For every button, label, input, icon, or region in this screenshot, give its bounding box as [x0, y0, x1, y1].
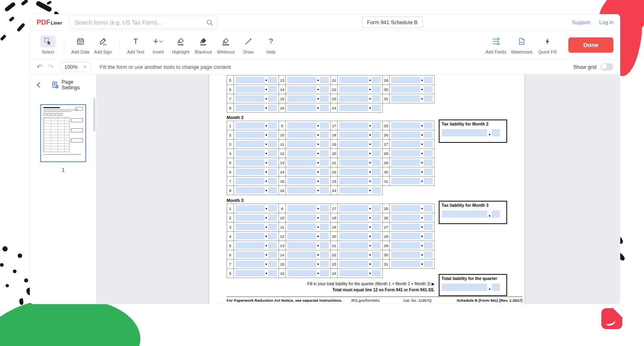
login-link[interactable]: Log in — [599, 19, 613, 25]
amount-field[interactable] — [391, 178, 420, 184]
amount-field[interactable] — [391, 169, 420, 175]
show-grid-toggle[interactable] — [601, 63, 613, 70]
cents-field[interactable] — [320, 95, 329, 102]
amount-field[interactable] — [287, 122, 316, 129]
tool-quick-fill[interactable]: Quick Fill — [535, 35, 560, 54]
cents-field[interactable] — [424, 169, 433, 175]
cents-field[interactable] — [320, 132, 329, 138]
cents-field[interactable] — [372, 224, 381, 230]
amount-field[interactable] — [287, 150, 316, 157]
amount-field[interactable] — [339, 224, 368, 230]
amount-field[interactable] — [235, 95, 264, 102]
amount-field[interactable] — [391, 77, 420, 83]
amount-field[interactable] — [339, 105, 368, 111]
cents-field[interactable] — [424, 224, 433, 230]
amount-field[interactable] — [235, 233, 264, 239]
cents-field[interactable] — [320, 77, 329, 83]
cents-field[interactable] — [268, 261, 277, 267]
cents-field[interactable] — [424, 95, 433, 102]
support-link[interactable]: Support — [572, 19, 590, 25]
cents-field[interactable] — [424, 242, 433, 249]
cents-field[interactable] — [320, 178, 329, 184]
amount-field[interactable] — [287, 242, 316, 249]
cents-field[interactable] — [268, 224, 277, 230]
amount-field[interactable] — [235, 242, 264, 249]
cents-field[interactable] — [372, 187, 381, 194]
cents-field[interactable] — [424, 77, 433, 83]
amount-field[interactable] — [339, 270, 368, 276]
amount-field[interactable] — [339, 261, 368, 267]
cents-field[interactable] — [320, 251, 329, 258]
amount-field[interactable] — [391, 122, 420, 129]
cents-field[interactable] — [372, 251, 381, 258]
amount-field[interactable] — [287, 224, 316, 230]
tool-blackout[interactable]: Blackout — [192, 35, 215, 54]
amount-field[interactable] — [287, 205, 316, 212]
amount-field[interactable] — [391, 205, 420, 212]
amount-field[interactable] — [339, 214, 368, 221]
cents-field[interactable] — [268, 141, 277, 147]
amount-field[interactable] — [287, 261, 316, 267]
cents-field[interactable] — [424, 233, 433, 239]
amount-field[interactable] — [287, 214, 316, 221]
amount-field[interactable] — [339, 159, 368, 166]
amount-field[interactable] — [235, 141, 264, 147]
cents-field[interactable] — [424, 132, 433, 138]
cents-field[interactable] — [424, 150, 433, 157]
amount-field[interactable] — [235, 251, 264, 258]
cents-field[interactable] — [424, 86, 433, 93]
cents-field[interactable] — [424, 261, 433, 267]
cents-field[interactable] — [372, 205, 381, 212]
cents-field[interactable] — [320, 86, 329, 93]
zoom-select[interactable]: 100% — [60, 62, 91, 72]
amount-field[interactable] — [235, 178, 264, 184]
amount-field[interactable] — [235, 122, 264, 129]
amount-field[interactable] — [391, 150, 420, 157]
cents-field[interactable] — [372, 132, 381, 138]
amount-field[interactable] — [339, 178, 368, 184]
amount-field[interactable] — [287, 77, 316, 83]
cents-field[interactable] — [268, 178, 277, 184]
tax-amount-field[interactable] — [442, 210, 487, 218]
tool-insert[interactable]: + Insert — [147, 35, 169, 54]
cents-field[interactable] — [268, 86, 277, 93]
pdfliner-logo[interactable]: PDFLiner — [37, 19, 62, 27]
cents-field[interactable] — [424, 178, 433, 184]
redo-icon[interactable]: ↷ — [48, 64, 54, 70]
amount-field[interactable] — [391, 86, 420, 93]
cents-field[interactable] — [268, 242, 277, 249]
cents-field[interactable] — [372, 141, 381, 147]
total-cents-field[interactable] — [492, 284, 500, 291]
cents-field[interactable] — [268, 169, 277, 175]
cents-field[interactable] — [372, 242, 381, 249]
tool-add-date[interactable]: Add Date — [69, 35, 92, 54]
amount-field[interactable] — [235, 150, 264, 157]
amount-field[interactable] — [235, 77, 264, 83]
cents-field[interactable] — [320, 261, 329, 267]
amount-field[interactable] — [339, 233, 368, 239]
amount-field[interactable] — [287, 105, 316, 111]
cents-field[interactable] — [372, 77, 381, 83]
amount-field[interactable] — [339, 187, 368, 194]
cents-field[interactable] — [424, 205, 433, 212]
amount-field[interactable] — [235, 159, 264, 166]
search-input[interactable] — [69, 16, 217, 29]
cents-field[interactable] — [372, 105, 381, 111]
amount-field[interactable] — [235, 261, 264, 267]
amount-field[interactable] — [287, 233, 316, 239]
undo-icon[interactable]: ↶ — [37, 64, 42, 70]
amount-field[interactable] — [391, 132, 420, 138]
cents-field[interactable] — [372, 270, 381, 276]
done-button[interactable]: Done — [568, 37, 613, 53]
cents-field[interactable] — [372, 122, 381, 129]
amount-field[interactable] — [391, 224, 420, 230]
cents-field[interactable] — [268, 214, 277, 221]
cents-field[interactable] — [320, 233, 329, 239]
cents-field[interactable] — [372, 233, 381, 239]
amount-field[interactable] — [391, 95, 420, 102]
amount-field[interactable] — [339, 251, 368, 258]
amount-field[interactable] — [235, 214, 264, 221]
cents-field[interactable] — [268, 95, 277, 102]
page-thumbnail[interactable] — [40, 104, 86, 162]
total-amount-field[interactable] — [442, 284, 487, 291]
